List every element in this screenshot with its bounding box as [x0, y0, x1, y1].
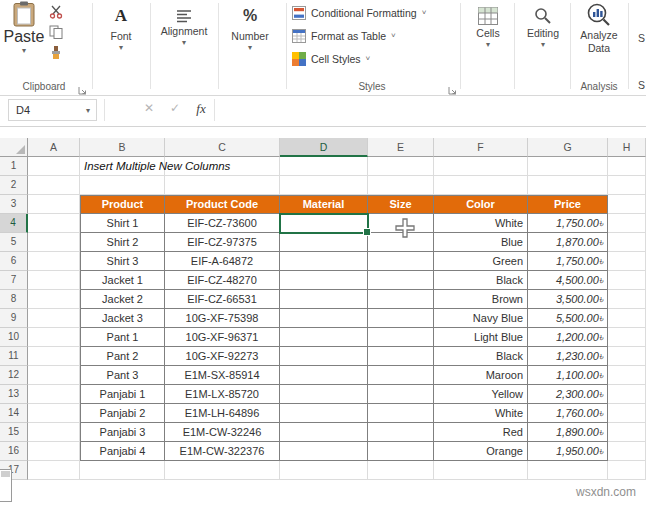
cell-D2[interactable]: [280, 176, 368, 195]
cell-D6[interactable]: [280, 252, 368, 271]
cell-E12[interactable]: [368, 366, 434, 385]
formula-input[interactable]: [216, 97, 645, 125]
cell-D1[interactable]: [280, 157, 368, 176]
cell-B13[interactable]: Panjabi 1: [80, 385, 165, 404]
cell-E11[interactable]: [368, 347, 434, 366]
cell-C15[interactable]: E1M-CW-32246: [165, 423, 280, 442]
cell-D11[interactable]: [280, 347, 368, 366]
cell-D13[interactable]: [280, 385, 368, 404]
cell-A1[interactable]: [28, 157, 80, 176]
font-group-button[interactable]: A Font ▾: [98, 4, 144, 51]
cell-F3[interactable]: Color: [434, 195, 528, 214]
cell-D12[interactable]: [280, 366, 368, 385]
cell-F1[interactable]: [434, 157, 528, 176]
cell-B3[interactable]: Product: [80, 195, 165, 214]
copy-button[interactable]: [47, 23, 65, 41]
cell-F11[interactable]: Black: [434, 347, 528, 366]
cell-F8[interactable]: Brown: [434, 290, 528, 309]
cell-B16[interactable]: Panjabi 4: [80, 442, 165, 461]
row-header-3[interactable]: 3: [0, 195, 28, 214]
cell-F7[interactable]: Black: [434, 271, 528, 290]
cell-C6[interactable]: EIF-A-64872: [165, 252, 280, 271]
cell-F13[interactable]: Yellow: [434, 385, 528, 404]
row-header-14[interactable]: 14: [0, 404, 28, 423]
cell-D17[interactable]: [280, 461, 368, 480]
col-header-E[interactable]: E: [368, 138, 434, 157]
cell-E13[interactable]: [368, 385, 434, 404]
cell-D10[interactable]: [280, 328, 368, 347]
cells-group-button[interactable]: Cells ▾: [464, 4, 512, 48]
cell-D8[interactable]: [280, 290, 368, 309]
cell-E7[interactable]: [368, 271, 434, 290]
cell-G10[interactable]: 1,200.00৳: [528, 328, 608, 347]
number-group-button[interactable]: % Number ▾: [222, 4, 278, 51]
cell-A6[interactable]: [28, 252, 80, 271]
row-header-7[interactable]: 7: [0, 271, 28, 290]
cell-E9[interactable]: [368, 309, 434, 328]
cell-C5[interactable]: EIF-CZ-97375: [165, 233, 280, 252]
cell-G6[interactable]: 1,750.00৳: [528, 252, 608, 271]
row-header-8[interactable]: 8: [0, 290, 28, 309]
cell-H5[interactable]: [608, 233, 646, 252]
cell-B1[interactable]: Insert Multiple New Columns: [80, 157, 165, 176]
cell-G7[interactable]: 4,500.00৳: [528, 271, 608, 290]
cell-E17[interactable]: [368, 461, 434, 480]
select-all-corner[interactable]: [0, 138, 28, 157]
alignment-group-button[interactable]: Alignment ▾: [152, 4, 216, 46]
conditional-formatting-button[interactable]: Conditional Formatting ˅: [292, 3, 426, 22]
cell-G17[interactable]: [528, 461, 608, 480]
cell-styles-button[interactable]: Cell Styles ˅: [292, 49, 370, 68]
cell-G14[interactable]: 1,760.00৳: [528, 404, 608, 423]
col-header-F[interactable]: F: [434, 138, 528, 157]
cell-F2[interactable]: [434, 176, 528, 195]
cell-E3[interactable]: Size: [368, 195, 434, 214]
cell-B12[interactable]: Pant 3: [80, 366, 165, 385]
cell-A3[interactable]: [28, 195, 80, 214]
cell-G4[interactable]: 1,750.00৳: [528, 214, 608, 233]
cell-E14[interactable]: [368, 404, 434, 423]
cell-B14[interactable]: Panjabi 2: [80, 404, 165, 423]
cancel-button[interactable]: ✕: [140, 101, 158, 115]
cell-A13[interactable]: [28, 385, 80, 404]
cell-B15[interactable]: Panjabi 3: [80, 423, 165, 442]
cell-H6[interactable]: [608, 252, 646, 271]
cell-A11[interactable]: [28, 347, 80, 366]
cell-E15[interactable]: [368, 423, 434, 442]
cell-H4[interactable]: [608, 214, 646, 233]
cell-A5[interactable]: [28, 233, 80, 252]
cell-E1[interactable]: [368, 157, 434, 176]
cell-H17[interactable]: [608, 461, 646, 480]
cell-C7[interactable]: EIF-CZ-48270: [165, 271, 280, 290]
cell-G12[interactable]: 1,100.00৳: [528, 366, 608, 385]
cell-H16[interactable]: [608, 442, 646, 461]
cell-A2[interactable]: [28, 176, 80, 195]
cell-A7[interactable]: [28, 271, 80, 290]
cell-E2[interactable]: [368, 176, 434, 195]
cell-F9[interactable]: Navy Blue: [434, 309, 528, 328]
cell-B2[interactable]: [80, 176, 165, 195]
cell-C11[interactable]: 10G-XF-92273: [165, 347, 280, 366]
cell-C13[interactable]: E1M-LX-85720: [165, 385, 280, 404]
cell-C17[interactable]: [165, 461, 280, 480]
cell-F6[interactable]: Green: [434, 252, 528, 271]
cell-A17[interactable]: [28, 461, 80, 480]
cell-H7[interactable]: [608, 271, 646, 290]
cell-C4[interactable]: EIF-CZ-73600: [165, 214, 280, 233]
cell-F10[interactable]: Light Blue: [434, 328, 528, 347]
styles-dialog-launcher[interactable]: [448, 81, 457, 90]
cell-H13[interactable]: [608, 385, 646, 404]
cell-B9[interactable]: Jacket 3: [80, 309, 165, 328]
cell-D15[interactable]: [280, 423, 368, 442]
clipboard-dialog-launcher[interactable]: [78, 81, 87, 90]
cell-G15[interactable]: 1,890.00৳: [528, 423, 608, 442]
col-header-C[interactable]: C: [165, 138, 280, 157]
cell-C12[interactable]: E1M-SX-85914: [165, 366, 280, 385]
cell-E5[interactable]: [368, 233, 434, 252]
cell-G16[interactable]: 1,950.00৳: [528, 442, 608, 461]
cell-F14[interactable]: White: [434, 404, 528, 423]
cell-E4[interactable]: [368, 214, 434, 233]
col-header-D[interactable]: D: [280, 138, 368, 157]
cell-C3[interactable]: Product Code: [165, 195, 280, 214]
cell-H15[interactable]: [608, 423, 646, 442]
cell-B10[interactable]: Pant 1: [80, 328, 165, 347]
